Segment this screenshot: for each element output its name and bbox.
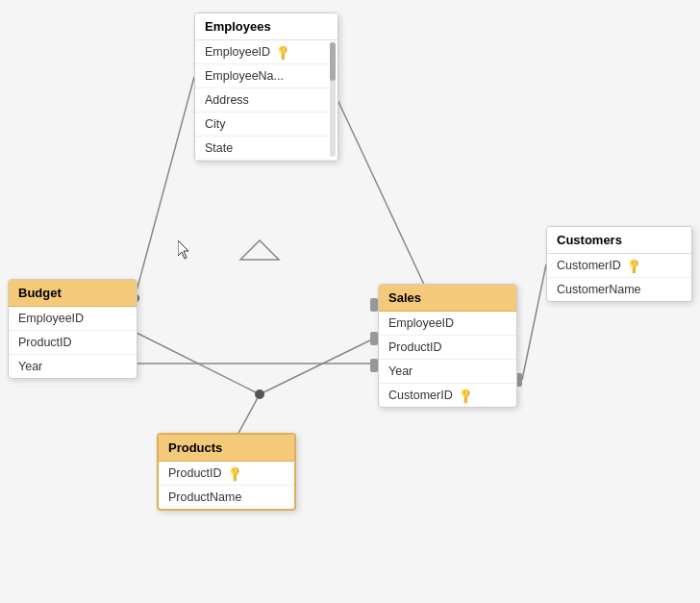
sales-header: Sales — [379, 285, 516, 312]
employees-field-employeeid: EmployeeID 🔑 — [195, 40, 338, 64]
svg-line-4 — [260, 337, 378, 394]
customers-field-customername: CustomerName — [547, 278, 691, 301]
budget-field-year: Year — [9, 355, 137, 378]
customers-table[interactable]: Customers CustomerID 🔑 CustomerName — [546, 226, 692, 302]
field-name: ProductName — [168, 490, 241, 504]
field-name: EmployeeNa... — [205, 69, 284, 83]
svg-point-6 — [255, 389, 264, 399]
employees-field-city: City — [195, 113, 338, 137]
sales-field-year: Year — [379, 360, 516, 384]
employees-scrollbar[interactable] — [330, 42, 336, 157]
svg-rect-11 — [370, 298, 378, 312]
products-field-productname: ProductName — [159, 486, 294, 509]
employees-header: Employees — [195, 13, 338, 40]
svg-marker-17 — [178, 240, 188, 259]
employees-scrollbar-thumb — [330, 42, 336, 81]
field-name: City — [205, 117, 226, 131]
svg-line-3 — [135, 332, 260, 394]
employees-field-employeename: EmployeeNa... — [195, 64, 338, 88]
field-name: ProductID — [388, 340, 442, 354]
key-icon: 🔑 — [225, 464, 243, 482]
employees-table[interactable]: Employees EmployeeID 🔑 EmployeeNa... Add… — [194, 13, 338, 162]
budget-field-productid: ProductID — [9, 331, 137, 355]
key-icon: 🔑 — [274, 42, 292, 61]
field-name: EmployeeID — [388, 316, 454, 330]
products-table[interactable]: Products ProductID 🔑 ProductName — [157, 433, 296, 511]
field-name: Year — [388, 364, 412, 378]
field-name: CustomerID — [388, 389, 453, 402]
svg-line-14 — [522, 264, 546, 380]
svg-rect-13 — [370, 359, 378, 372]
employees-field-state: State — [195, 137, 338, 161]
svg-rect-12 — [370, 332, 378, 345]
customers-field-customerid: CustomerID 🔑 — [547, 254, 691, 278]
field-name: EmployeeID — [205, 45, 270, 59]
field-name: ProductID — [18, 336, 72, 349]
svg-marker-16 — [240, 240, 279, 260]
sales-field-employeeid: EmployeeID — [379, 312, 516, 336]
field-name: Address — [205, 93, 249, 107]
mouse-cursor — [178, 240, 191, 260]
svg-line-1 — [135, 77, 194, 298]
products-field-productid: ProductID 🔑 — [159, 462, 294, 486]
field-name: ProductID — [168, 466, 222, 480]
budget-header: Budget — [9, 280, 137, 307]
field-name: State — [205, 141, 233, 155]
customers-header: Customers — [547, 227, 691, 254]
budget-table[interactable]: Budget EmployeeID ProductID Year — [8, 279, 138, 379]
svg-line-0 — [327, 77, 433, 303]
field-name: EmployeeID — [18, 312, 84, 325]
key-icon: 🔑 — [456, 386, 474, 404]
erd-canvas[interactable]: Employees EmployeeID 🔑 EmployeeNa... Add… — [0, 0, 700, 603]
field-name: CustomerID — [557, 259, 621, 272]
sales-field-productid: ProductID — [379, 336, 516, 360]
sales-field-customerid: CustomerID 🔑 — [379, 384, 516, 407]
field-name: Year — [18, 360, 42, 373]
budget-field-employeeid: EmployeeID — [9, 307, 137, 331]
employees-field-address: Address — [195, 88, 338, 113]
sales-table[interactable]: Sales EmployeeID ProductID Year Customer… — [378, 284, 517, 408]
key-icon: 🔑 — [624, 256, 642, 274]
field-name: CustomerName — [557, 283, 641, 296]
products-header: Products — [159, 435, 294, 462]
